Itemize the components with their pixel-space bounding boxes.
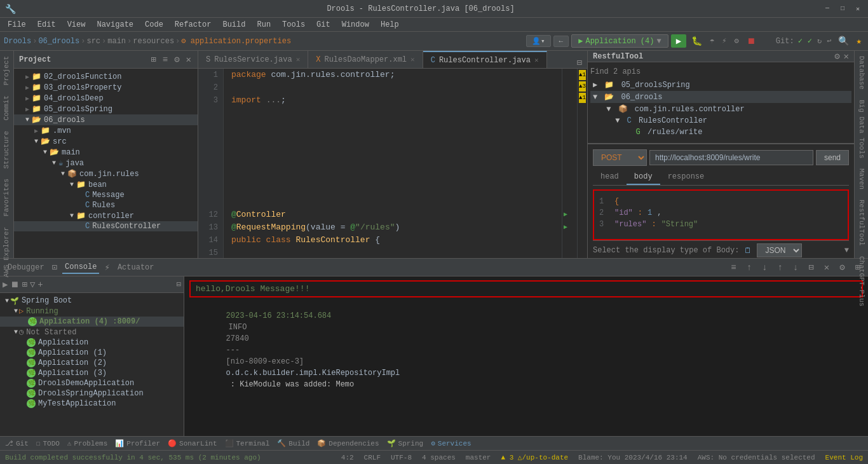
breadcrumb-main[interactable]: main xyxy=(107,37,126,46)
menu-navigate[interactable]: Navigate xyxy=(92,19,139,31)
bt-build[interactable]: 🔨 Build xyxy=(277,439,309,447)
code-editor[interactable]: 1 2 3 12 13 14 15 17 xyxy=(198,69,587,258)
profile-button[interactable]: ⚡ xyxy=(719,36,729,46)
restful-close[interactable]: ✕ xyxy=(844,51,849,62)
git-undo[interactable]: ↩ xyxy=(825,36,832,46)
tree-item-mvn[interactable]: ▶ 📁 .mvn xyxy=(14,125,198,136)
bt-services[interactable]: ⚙ Services xyxy=(431,439,471,447)
maximize-button[interactable]: □ xyxy=(837,4,848,14)
svc-item-app3[interactable]: ▼ 🌿 Application (2) xyxy=(0,358,184,368)
bt-dependencies[interactable]: 📦 Dependencies xyxy=(317,439,379,447)
favorites-tab[interactable]: Favorites xyxy=(0,174,13,221)
svc-expand-btn[interactable]: ⊞ xyxy=(22,279,27,290)
svc-item-application4[interactable]: ▼ 🌿 Application (4) :8009/ xyxy=(0,317,184,327)
console-side-btn[interactable]: ⊟ xyxy=(806,262,816,273)
console-settings-btn[interactable]: ≡ xyxy=(728,263,738,273)
back-button[interactable]: ← xyxy=(553,36,569,47)
menu-edit[interactable]: Edit xyxy=(32,19,61,31)
api-tree-05spring[interactable]: ▶ 📁 05_droolsSpring xyxy=(590,79,851,91)
bt-terminal[interactable]: ⬛ Terminal xyxy=(225,439,270,447)
tab-rulescontroller[interactable]: C RulesController.java ✕ xyxy=(423,51,547,68)
tree-item-package[interactable]: ▼ 📦 com.jin.rules xyxy=(14,168,198,179)
svc-item-running[interactable]: ▼ ▷ Running xyxy=(0,306,184,317)
search-button[interactable]: 🔍 xyxy=(836,36,851,46)
api-tree-06drools[interactable]: ▼ 📂 06_drools xyxy=(590,91,851,103)
settings-button[interactable]: ⚙ xyxy=(732,36,742,46)
event-log-btn[interactable]: Event Log xyxy=(825,454,863,461)
git-check2[interactable]: ✓ xyxy=(806,36,813,46)
tree-item-bean[interactable]: ▼ 📁 bean xyxy=(14,179,198,190)
menu-file[interactable]: File xyxy=(3,19,31,31)
breadcrumb-drools[interactable]: Drools xyxy=(4,37,31,46)
api-tree-rulescontroller[interactable]: ▼ C RulesController xyxy=(590,115,851,126)
tree-item-rules-class[interactable]: ▶ C Rules xyxy=(14,200,198,210)
git-update[interactable]: ↻ xyxy=(816,36,823,46)
breadcrumb-module[interactable]: 06_drools xyxy=(38,37,79,46)
body-type-chevron[interactable]: ▼ xyxy=(844,246,849,255)
svc-item-app1[interactable]: ▼ 🌿 Application xyxy=(0,338,184,348)
tree-item-message[interactable]: ▶ C Message xyxy=(14,190,198,200)
svc-group-btn[interactable]: ⊟ xyxy=(177,280,181,289)
console-clear-btn[interactable]: ↓ xyxy=(759,263,770,273)
tree-item-02drools[interactable]: ▶ 📁 02_droolsFunction xyxy=(14,71,198,82)
api-tree-package[interactable]: ▼ 📦 com.jin.rules.controller xyxy=(590,103,851,115)
console-scroll-btn[interactable]: ↑ xyxy=(775,263,785,273)
tab-rulesdao[interactable]: X RulesDaoMapper.xml ✕ xyxy=(308,51,423,68)
menu-tools[interactable]: Tools xyxy=(277,19,310,31)
services-settings-btn[interactable]: ⚙ xyxy=(837,262,847,273)
svc-item-springboot[interactable]: ▼ 🌱 Spring Boot xyxy=(0,296,184,306)
commit-tab[interactable]: Commit xyxy=(0,90,13,126)
breadcrumb-src[interactable]: src xyxy=(86,37,100,46)
split-editor-button[interactable]: ⊟ xyxy=(572,57,587,68)
cursor-position[interactable]: 4:2 xyxy=(341,454,354,461)
menu-help[interactable]: Help xyxy=(376,19,404,31)
project-tab[interactable]: Project xyxy=(0,51,13,90)
req-tab-body[interactable]: body xyxy=(627,170,660,185)
close-rulesdao-tab[interactable]: ✕ xyxy=(410,55,415,64)
svc-tab-console[interactable]: Console xyxy=(62,261,99,274)
project-settings[interactable]: ⚙ xyxy=(173,53,180,66)
tree-item-rulescontroller[interactable]: ▶ C RulesController xyxy=(14,221,198,231)
menu-run[interactable]: Run xyxy=(252,19,276,31)
run-button[interactable]: ▶ xyxy=(671,34,686,48)
bt-spring[interactable]: 🌱 Spring xyxy=(387,439,424,447)
req-tab-response[interactable]: response xyxy=(660,170,712,185)
url-input[interactable] xyxy=(649,150,813,165)
close-rulescontroller-tab[interactable]: ✕ xyxy=(534,56,539,64)
stop-button[interactable]: ⏹ xyxy=(744,36,758,46)
maven-tab[interactable]: Maven xyxy=(855,163,868,194)
svc-item-app2[interactable]: ▼ 🌿 Application (1) xyxy=(0,348,184,358)
close-button[interactable]: ✕ xyxy=(853,4,863,14)
menu-refactor[interactable]: Refactor xyxy=(170,19,217,31)
svc-item-droolsspring[interactable]: ▼ 🌿 DroolsSpringApplication xyxy=(0,388,184,399)
database-tab[interactable]: Database xyxy=(855,51,868,95)
json-body[interactable]: 1 { 2 "id" : 1 , 3 "rules" : "String" xyxy=(593,189,849,240)
code-content[interactable]: package com.jin.rules.controller; import… xyxy=(224,69,562,258)
svc-item-app4[interactable]: ▼ 🌿 Application (3) xyxy=(0,368,184,378)
breadcrumb-resources[interactable]: resources xyxy=(133,37,174,46)
bt-problems[interactable]: ⚠ Problems xyxy=(67,439,107,447)
console-close-btn[interactable]: ✕ xyxy=(822,262,832,273)
git-check1[interactable]: ✓ xyxy=(797,36,804,46)
structure-tab[interactable]: Structure xyxy=(0,126,13,174)
send-button[interactable]: send xyxy=(816,150,849,165)
close-rulesservice-tab[interactable]: ✕ xyxy=(296,55,301,64)
menu-window[interactable]: Window xyxy=(337,19,374,31)
aws-tab[interactable]: AWS Explorer xyxy=(0,222,13,282)
svc-filter-btn[interactable]: ▽ xyxy=(30,279,35,290)
bigdata-tab[interactable]: Big Data Tools xyxy=(855,95,868,163)
menu-view[interactable]: View xyxy=(62,19,91,31)
application-run-button[interactable]: ▶ Application (4) ▼ xyxy=(571,34,668,48)
tree-item-controller-folder[interactable]: ▼ 📁 controller xyxy=(14,210,198,221)
project-close[interactable]: ✕ xyxy=(185,53,193,66)
chatgpt-tab[interactable]: ChatGPT-Plus xyxy=(855,251,868,311)
body-type-select[interactable]: JSON TEXT XML xyxy=(757,243,802,257)
menu-build[interactable]: Build xyxy=(217,19,250,31)
menu-code[interactable]: Code xyxy=(140,19,168,31)
console-area[interactable]: hello,Drools Message!!! 2023-04-16 23:14… xyxy=(184,276,868,436)
req-tab-head[interactable]: head xyxy=(593,170,627,185)
line-ending[interactable]: CRLF xyxy=(364,454,381,461)
restful-settings[interactable]: ⚙ xyxy=(834,51,839,62)
menu-git[interactable]: Git xyxy=(311,19,336,31)
svc-item-notstarted[interactable]: ▼ ◷ Not Started xyxy=(0,327,184,338)
